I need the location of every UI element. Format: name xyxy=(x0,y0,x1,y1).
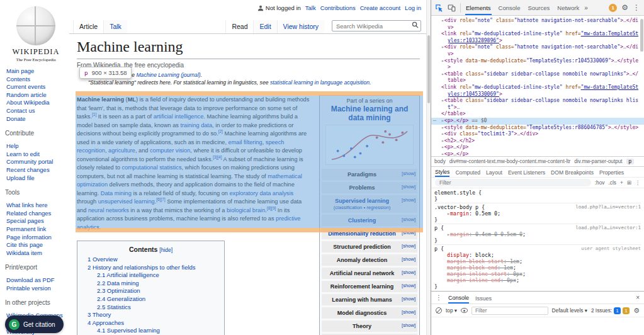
sidebar-link[interactable]: Upload file xyxy=(6,174,67,183)
live-expression-icon[interactable] xyxy=(461,308,468,313)
sidebar-link[interactable]: Permanent link xyxy=(6,225,67,234)
wiki-link[interactable]: computer vision xyxy=(150,147,190,154)
breadcrumb-item[interactable]: div#mw-content-text.mw-body-content.mw-c… xyxy=(449,159,570,164)
infobox-section-row[interactable]: Problems [show] xyxy=(322,182,417,193)
breadcrumb-item[interactable]: body xyxy=(434,159,446,164)
elements-tree[interactable]: ▸<div role="note" class="hatnote navigat… xyxy=(431,16,644,156)
wiki-link[interactable]: Data mining xyxy=(101,190,132,196)
tab-edit[interactable]: Edit xyxy=(253,20,276,33)
hov-toggle[interactable]: :hov xyxy=(595,179,605,186)
sidebar-link[interactable]: Page information xyxy=(6,234,67,242)
search-icon[interactable] xyxy=(412,21,419,28)
toc-link[interactable]: 4 Approaches xyxy=(88,319,214,327)
styles-pane[interactable]: element.style {}load.php?la…in=vector:1.… xyxy=(431,188,644,291)
tab-article[interactable]: Article xyxy=(73,20,103,33)
wiki-link[interactable]: neural networks xyxy=(88,207,129,213)
infobox-title-link[interactable]: Machine learning and data mining xyxy=(327,105,412,122)
wiki-link[interactable]: [2] xyxy=(218,129,223,133)
search-input[interactable] xyxy=(332,20,421,31)
sidebar-link[interactable]: Community portal xyxy=(6,158,67,166)
console-tab[interactable]: Console xyxy=(448,292,469,304)
sidebar-link[interactable]: What links here xyxy=(6,202,67,210)
more-tabs-chevron[interactable]: » xyxy=(584,4,588,11)
devtools-menu-icon[interactable]: ⋮ xyxy=(633,3,640,12)
infobox-section-row[interactable]: Reinforcement learning [show] xyxy=(322,281,417,292)
tab-read[interactable]: Read xyxy=(225,20,253,33)
wiki-link[interactable]: [8][9] xyxy=(267,205,276,210)
personal-link-contributions[interactable]: Contributions xyxy=(320,4,356,11)
clear-console-icon[interactable] xyxy=(436,307,442,314)
wiki-link[interactable]: artificial intelligence xyxy=(154,113,204,120)
console-context-select[interactable]: top ▾ xyxy=(446,307,457,314)
toc-hide-link[interactable]: [hide] xyxy=(159,247,172,253)
close-drawer-icon[interactable]: × xyxy=(636,294,640,301)
devtools-tab[interactable]: Sources xyxy=(527,1,550,15)
breadcrumb-item[interactable]: div.mw-parser-output xyxy=(574,159,622,164)
tab-talk[interactable]: Talk xyxy=(103,20,127,33)
toc-link[interactable]: 2.1 Artificial intelligence xyxy=(88,271,214,280)
grid-toggle-icon[interactable]: ⊞ xyxy=(627,179,631,186)
infobox-section-row[interactable]: Structured prediction [show] xyxy=(322,241,417,253)
sidebar-link[interactable]: Cite this page xyxy=(6,241,67,249)
console-filter-input[interactable] xyxy=(472,307,548,315)
infobox-section-row[interactable]: Paradigms [show] xyxy=(322,169,417,180)
infobox-section-row[interactable]: Supervised learning (classification • re… xyxy=(322,195,417,213)
wiki-link[interactable]: statistical learning in language acquisi… xyxy=(270,79,370,86)
inspect-element-icon[interactable] xyxy=(435,4,443,12)
styles-sidebar-tab[interactable]: Event Listeners xyxy=(508,168,545,176)
styles-sidebar-tab[interactable]: DOM Breakpoints xyxy=(551,168,594,176)
wiki-link[interactable]: exploratory data analysis xyxy=(229,190,293,196)
infobox-section-row[interactable]: Anomaly detection [show] xyxy=(322,254,417,266)
personal-link-create-account[interactable]: Create account xyxy=(360,4,400,11)
wiki-link[interactable]: Machine Learning (journal) xyxy=(136,72,200,78)
personal-link-log-in[interactable]: Log in xyxy=(405,4,421,11)
toc-link[interactable]: 2.5 Statistics xyxy=(88,304,214,312)
styles-sidebar-tab[interactable]: Layout xyxy=(486,168,502,176)
devtools-tab[interactable]: Network xyxy=(556,1,580,15)
styles-sidebar-tab[interactable]: Computed xyxy=(455,168,480,176)
wiki-link[interactable]: email filtering xyxy=(229,139,263,145)
wiki-link[interactable]: [3][4] xyxy=(213,154,222,159)
sidebar-link[interactable]: Main page xyxy=(6,67,67,76)
devtools-scrollbar[interactable] xyxy=(640,18,643,154)
wiki-link[interactable]: biological brain xyxy=(227,207,265,213)
toc-link[interactable]: 4.1 Supervised learning xyxy=(88,327,214,335)
toc-link[interactable]: 2.2 Data mining xyxy=(88,280,214,288)
wikipedia-logo[interactable]: WIKIPEDIA The Free Encyclopedia xyxy=(5,6,67,62)
toc-link[interactable]: 3 Theory xyxy=(88,311,214,319)
sidebar-link[interactable]: Current events xyxy=(6,83,67,91)
sidebar-link[interactable]: Contents xyxy=(6,76,67,84)
get-citation-button[interactable]: G Get citation xyxy=(5,315,64,333)
page-scrollbar[interactable] xyxy=(426,0,431,335)
sidebar-link[interactable]: Special pages xyxy=(6,217,67,225)
infobox-section-row[interactable]: Theory [show] xyxy=(322,321,417,332)
wiki-link[interactable]: training data xyxy=(180,122,212,128)
issues-counter[interactable]: 2 Issues: 1 1 xyxy=(591,307,630,314)
wiki-link[interactable]: computational statistics xyxy=(122,164,182,171)
styles-filter-input[interactable] xyxy=(435,179,591,186)
devtools-tab[interactable]: Elements xyxy=(465,1,492,15)
drawer-kebab-icon[interactable]: ⋮ xyxy=(436,294,442,301)
sidebar-link[interactable]: About Wikipedia xyxy=(6,99,67,107)
page-scrollbar-thumb[interactable] xyxy=(427,35,430,103)
sidebar-link[interactable]: Random article xyxy=(6,91,67,99)
cls-toggle[interactable]: .cls xyxy=(608,179,616,186)
breadcrumb-item[interactable]: p xyxy=(626,159,635,164)
new-style-rule-button[interactable]: + xyxy=(620,179,623,186)
sidebar-link[interactable]: Donate xyxy=(6,115,67,123)
sidebar-link[interactable]: Printable version xyxy=(6,285,67,293)
console-settings-icon[interactable]: ⚙ xyxy=(633,307,640,315)
sidebar-link[interactable]: Related changes xyxy=(6,210,67,218)
devtools-scrollbar-thumb[interactable] xyxy=(640,19,643,52)
toc-link[interactable]: 2.3 Optimization xyxy=(88,287,214,295)
infobox-section-row[interactable]: Learning with humans [show] xyxy=(322,294,417,305)
sidebar-link[interactable]: Contact us xyxy=(6,107,67,115)
styles-kebab-icon[interactable]: ⋮ xyxy=(635,179,640,186)
devtools-tab[interactable]: Console xyxy=(498,1,521,15)
log-levels-select[interactable]: Default levels ▾ xyxy=(552,307,587,314)
wiki-link[interactable]: [6][7] xyxy=(156,197,165,202)
sidebar-link[interactable]: Recent changes xyxy=(6,166,67,174)
toc-link[interactable]: 2 History and relationships to other fie… xyxy=(88,264,214,272)
sidebar-link[interactable]: Download as PDF xyxy=(6,276,67,285)
personal-link-talk[interactable]: Talk xyxy=(305,4,316,11)
